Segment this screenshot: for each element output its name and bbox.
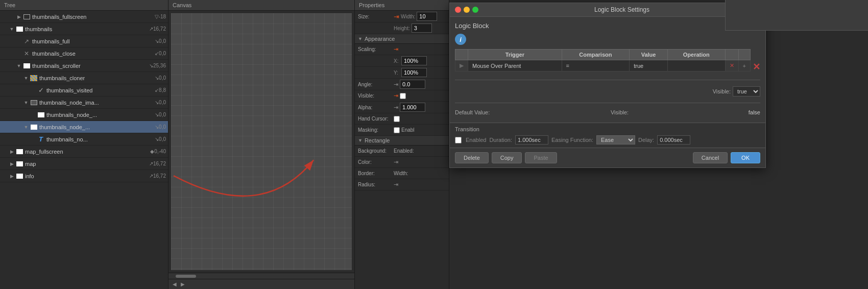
tree-expander[interactable]: ▶ xyxy=(8,149,15,154)
transition-section: Transition Enabled Duration: Easing Func… xyxy=(450,123,765,148)
close-traffic-light[interactable] xyxy=(455,7,461,13)
rectangle-section-header[interactable]: ▼ Rectangle xyxy=(355,136,449,146)
tree-item[interactable]: ▼ thumbnails_cloner ↘0,0 xyxy=(0,72,168,84)
tree-item-label: thumbnails_full xyxy=(32,38,153,44)
tree-item[interactable]: ▼ thumbnails_node_ima... ↘0,0 xyxy=(0,97,168,109)
tree-item-check xyxy=(0,121,8,133)
visible-row: Visible: true false xyxy=(455,84,760,99)
tree-item[interactable]: ▶ info ↗16,72 xyxy=(0,170,168,182)
tree-item[interactable]: ▼ thumbnails ↗16,72 xyxy=(0,23,168,35)
transition-enabled-checkbox[interactable] xyxy=(455,137,462,143)
tree-item[interactable]: ↗ thumbnails_full ↘0,0 xyxy=(0,35,168,47)
delete-button[interactable]: Delete xyxy=(455,152,489,163)
transition-label: Transition xyxy=(455,126,760,132)
tree-item[interactable]: ▼ thumbnails_scroller ↘25,36 xyxy=(0,60,168,72)
tree-expander[interactable]: ▶ xyxy=(8,161,15,166)
maximize-traffic-light[interactable] xyxy=(472,7,478,13)
tree-expander[interactable]: ▼ xyxy=(22,76,30,81)
tree-item-check xyxy=(0,133,8,146)
tree-item-check xyxy=(0,11,8,23)
cancel-button[interactable]: Cancel xyxy=(693,152,728,163)
tree-content: ▶ thumbnails_fullscreen ▽-18 ▼ thumbnail… xyxy=(0,11,168,289)
alpha-share-icon: ⇥ xyxy=(394,104,398,111)
canvas-nav-left[interactable]: ◀ xyxy=(171,281,179,287)
tree-item[interactable]: ▼ thumbnails_node_... ↘0,0 xyxy=(0,121,168,133)
tree-item-pos: ↘25,36 xyxy=(149,63,166,68)
tree-item[interactable]: ✓ thumbnails_visited ↙8,8 xyxy=(0,84,168,97)
tree-expander[interactable]: ▼ xyxy=(8,27,15,32)
masking-label: Masking: xyxy=(358,127,394,133)
angle-input[interactable] xyxy=(400,80,425,89)
tree-item-icon xyxy=(22,62,31,70)
props-alpha-row: Alpha: ⇥ xyxy=(355,102,449,113)
tree-item-icon xyxy=(37,111,45,119)
tree-item[interactable]: ▶ map_fullscreen ◆0,-40 xyxy=(0,146,168,158)
tree-expander[interactable]: ▼ xyxy=(22,125,30,130)
tree-item-pos: ↘0,0 xyxy=(155,124,166,130)
hand-cursor-label: Hand Cursor: xyxy=(358,116,394,122)
masking-value: Enabl xyxy=(401,127,415,133)
visible-checkbox[interactable] xyxy=(400,93,406,99)
props-width-input[interactable] xyxy=(417,12,437,21)
canvas-scrollbar-horizontal[interactable] xyxy=(168,273,354,279)
visible-select[interactable]: true false xyxy=(733,86,760,97)
tree-item[interactable]: ▶ map ↗16,72 xyxy=(0,158,168,170)
ok-button[interactable]: OK xyxy=(731,152,760,163)
props-height-input[interactable] xyxy=(412,23,432,33)
tree-item-icon: ✓ xyxy=(37,86,45,94)
canvas-scroll-handle[interactable] xyxy=(176,275,196,278)
tree-item-label: map_fullscreen xyxy=(25,149,148,155)
canvas-nav-right[interactable]: ▶ xyxy=(179,281,187,287)
minimize-traffic-light[interactable] xyxy=(464,7,470,13)
transition-delay-input[interactable] xyxy=(657,135,690,144)
canvas-area[interactable] xyxy=(171,13,352,270)
tree-expander[interactable]: ▶ xyxy=(15,14,22,19)
tree-expander[interactable]: ▶ xyxy=(8,174,15,179)
tree-item-icon xyxy=(15,148,23,156)
alpha-input[interactable] xyxy=(400,103,425,112)
conditions-table: Trigger Comparison Value Operation ▶ xyxy=(455,49,751,71)
paste-button[interactable]: Paste xyxy=(525,152,557,163)
transition-easing-select[interactable]: Ease Linear Ease In Ease Out xyxy=(596,135,635,144)
scaling-share-icon: ⇥ xyxy=(394,46,398,53)
default-value-label: Default Value: xyxy=(455,109,490,115)
appearance-section-header[interactable]: ▼ Appearance xyxy=(355,34,449,44)
canvas-nav-bar: ◀ ▶ xyxy=(168,279,354,289)
tree-item-pos: ↘0,0 xyxy=(155,38,166,44)
color-label: Color: xyxy=(358,159,394,165)
border-label: Border: xyxy=(358,171,394,176)
y-input[interactable] xyxy=(401,68,427,77)
transition-enabled-label: Enabled xyxy=(466,137,486,143)
tree-item-icon: ✕ xyxy=(22,50,31,58)
hand-cursor-checkbox[interactable] xyxy=(394,116,400,122)
copy-button[interactable]: Copy xyxy=(492,152,522,163)
tree-item-pos: ↘0,0 xyxy=(155,75,166,81)
row-delete-button[interactable]: ✕ xyxy=(725,60,738,71)
tree-item-icon xyxy=(30,99,38,107)
transition-duration-input[interactable] xyxy=(515,135,548,144)
tree-expander[interactable]: ▼ xyxy=(22,100,30,105)
tree-expander[interactable]: ▼ xyxy=(15,63,22,68)
tree-item[interactable]: ✕ thumbnails_close ↙0,0 xyxy=(0,47,168,60)
masking-checkbox[interactable] xyxy=(394,127,400,133)
tree-item-icon: T xyxy=(37,135,45,143)
tree-item[interactable]: thumbnails_node_... ↘0,0 xyxy=(0,109,168,121)
tree-item[interactable]: ▶ thumbnails_fullscreen ▽-18 xyxy=(0,11,168,23)
row-add-button[interactable]: + xyxy=(738,60,750,71)
x-input[interactable] xyxy=(401,56,427,65)
tree-item-pos: ↗16,72 xyxy=(149,173,166,179)
tree-item-pos: ↗16,72 xyxy=(149,161,166,166)
tree-item-label: thumbnails_scroller xyxy=(32,63,147,69)
tree-item-pos: ↘0,0 xyxy=(155,112,166,117)
transition-easing-label: Easing Function: xyxy=(551,137,593,143)
props-height-row: Height: xyxy=(355,22,449,34)
delete-all-button[interactable]: ✕ xyxy=(753,61,760,73)
canvas-header: Canvas xyxy=(168,0,354,11)
scaling-label: Scaling: xyxy=(358,46,394,52)
dialog-actions: Delete Copy Paste Cancel OK xyxy=(450,148,765,167)
tree-item-icon xyxy=(15,172,23,180)
tree-item[interactable]: T thumbnails_no... ↘0,0 xyxy=(0,133,168,146)
canvas-panel: Canvas ◀ xyxy=(168,0,355,289)
tree-item-label: thumbnails_node_ima... xyxy=(39,100,153,106)
logic-block-label: Logic Block xyxy=(455,22,489,30)
